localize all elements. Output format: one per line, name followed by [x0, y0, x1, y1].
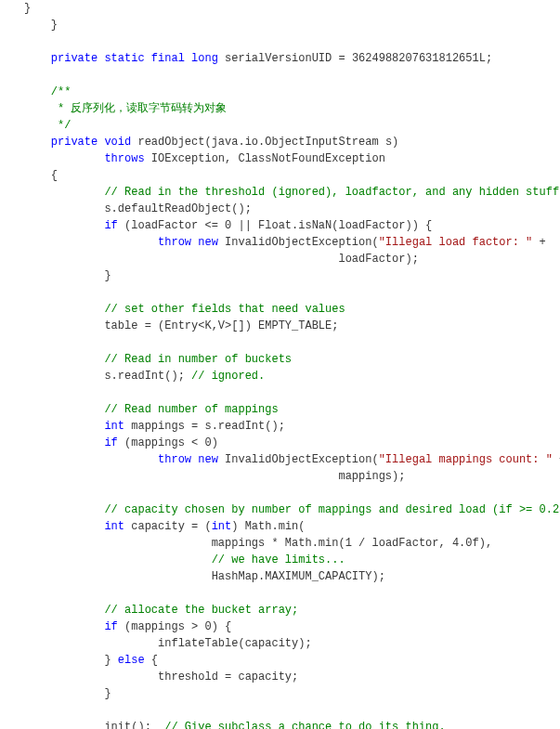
code-token: 4.0f: [452, 537, 479, 550]
code-line: // Read in number of buckets: [24, 351, 560, 368]
code-line: // Read in the threshold (ignored), load…: [24, 184, 560, 201]
code-line: {: [24, 167, 560, 184]
code-token: 3624988207631812651L: [352, 52, 486, 65]
code-line: * 反序列化，读取字节码转为对象: [24, 100, 560, 117]
code-token: // allocate the bucket array;: [104, 604, 298, 617]
code-line: s.defaultReadObject();: [24, 201, 560, 217]
code-line: throw new InvalidObjectException("Illega…: [24, 234, 560, 251]
code-line: [24, 384, 560, 401]
code-token: if: [104, 436, 117, 449]
code-token: "Illegal load factor: ": [379, 236, 533, 249]
code-line: [24, 702, 560, 719]
code-token: // Read number of mappings: [104, 403, 278, 416]
code-token: // set other fields that need values: [104, 303, 345, 316]
code-line: // Read number of mappings: [24, 401, 560, 418]
code-token: +: [553, 453, 560, 466]
code-line: if (loadFactor <= 0 || Float.isNaN(loadF…: [24, 217, 560, 234]
code-line: inflateTable(capacity);: [24, 635, 560, 652]
code-token: int: [212, 520, 232, 533]
code-line: private static final long serialVersionU…: [24, 50, 560, 67]
code-token: ;: [486, 52, 492, 65]
code-token: inflateTable(capacity);: [158, 637, 312, 650]
code-line: */: [24, 117, 560, 134]
code-token: }: [24, 2, 31, 15]
code-token: mappings * Math.min(: [212, 537, 345, 550]
code-line: } else {: [24, 652, 560, 669]
code-token: InvalidObjectException(: [218, 453, 379, 466]
code-token: private static final long: [51, 52, 218, 65]
code-line: HashMap.MAXIMUM_CAPACITY);: [24, 568, 560, 585]
code-line: table = (Entry<K,V>[]) EMPTY_TABLE;: [24, 318, 560, 334]
code-token: }: [51, 19, 58, 32]
code-token: 0: [204, 436, 211, 449]
code-token: throws: [104, 152, 144, 165]
code-line: // capacity chosen by number of mappings…: [24, 501, 560, 518]
code-line: [24, 334, 560, 351]
code-line: [24, 284, 560, 301]
code-token: serialVersionUID =: [218, 52, 352, 65]
code-token: capacity = (: [124, 520, 212, 533]
code-token: {: [51, 169, 58, 182]
code-token: "Illegal mappings count: ": [379, 453, 553, 466]
code-line: mappings * Math.min(1 / loadFactor, 4.0f…: [24, 535, 560, 552]
code-token: s.defaultReadObject();: [104, 202, 251, 215]
code-token: threshold = capacity;: [158, 670, 298, 683]
code-line: if (mappings > 0) {: [24, 618, 560, 635]
code-token: // Read in the threshold (ignored), load…: [104, 186, 559, 199]
code-token: mappings);: [24, 470, 405, 483]
code-token: }: [104, 687, 111, 700]
code-line: throws IOException, ClassNotFoundExcepti…: [24, 150, 560, 167]
code-line: }: [24, 267, 560, 284]
code-token: if: [104, 620, 117, 633]
code-token: throw new: [158, 236, 218, 249]
code-line: }: [24, 17, 560, 33]
code-token: HashMap.MAXIMUM_CAPACITY);: [212, 570, 385, 583]
code-line: // we have limits...: [24, 552, 560, 568]
code-viewer: } } private static final long serialVers…: [0, 0, 560, 729]
code-token: || Float.isNaN(loadFactor)) {: [231, 219, 432, 232]
code-token: (loadFactor <=: [118, 219, 225, 232]
code-token: (mappings >: [118, 620, 205, 633]
code-token: ),: [479, 537, 492, 550]
code-line: init(); // Give subclass a chance to do …: [24, 719, 560, 729]
code-token: // capacity chosen by number of mappings…: [104, 503, 560, 516]
code-line: }: [24, 685, 560, 702]
code-token: table = (Entry<K,V>[]) EMPTY_TABLE;: [104, 319, 338, 332]
code-token: }: [104, 269, 111, 282]
code-line: int mappings = s.readInt();: [24, 418, 560, 435]
code-line: if (mappings < 0): [24, 435, 560, 451]
code-token: IOException, ClassNotFoundException: [145, 152, 385, 165]
code-token: // we have limits...: [212, 553, 345, 566]
code-line: [24, 33, 560, 50]
code-token: // ignored.: [191, 370, 265, 383]
code-token: 1: [345, 537, 352, 550]
code-token: readObject(java.io.ObjectInputStream s): [131, 136, 398, 149]
code-line: }: [24, 0, 560, 17]
code-token: throw new: [158, 453, 218, 466]
code-line: [24, 67, 560, 84]
code-token: ) Math.min(: [231, 520, 305, 533]
code-line: mappings);: [24, 468, 560, 485]
code-token: // Give subclass a chance to do its thin…: [164, 721, 445, 729]
code-token: init();: [104, 721, 164, 729]
code-token: +: [532, 236, 545, 249]
code-token: loadFactor);: [24, 253, 419, 266]
code-token: int: [104, 420, 124, 433]
code-line: int capacity = (int) Math.min(: [24, 518, 560, 535]
code-token: InvalidObjectException(: [218, 236, 379, 249]
code-line: // set other fields that need values: [24, 301, 560, 318]
code-token: /**: [51, 85, 72, 98]
code-line: s.readInt(); // ignored.: [24, 368, 560, 384]
code-line: loadFactor);: [24, 251, 560, 267]
code-token: {: [145, 654, 158, 667]
code-token: if: [104, 219, 117, 232]
code-line: threshold = capacity;: [24, 669, 560, 685]
code-token: ): [212, 436, 218, 449]
code-token: else: [118, 654, 145, 667]
code-line: [24, 585, 560, 602]
code-line: private void readObject(java.io.ObjectIn…: [24, 134, 560, 150]
code-token: 0: [204, 620, 211, 633]
code-token: */: [51, 119, 72, 132]
code-line: [24, 485, 560, 501]
code-token: // Read in number of buckets: [104, 353, 292, 366]
